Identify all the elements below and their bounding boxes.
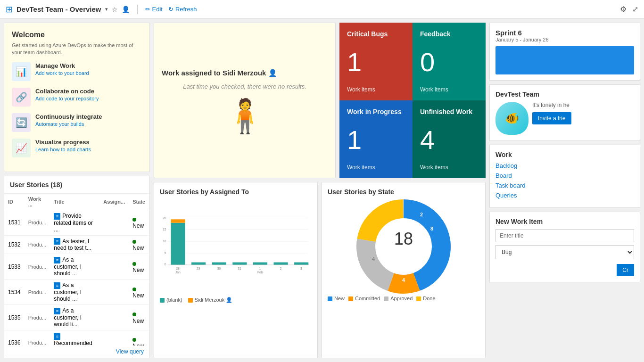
- svg-text:4: 4: [372, 256, 375, 262]
- legend-new: New: [328, 296, 345, 301]
- invite-button[interactable]: Invite a frie: [532, 112, 571, 124]
- svg-text:Feb: Feb: [257, 271, 263, 274]
- welcome-item-integrate: 🔄 Continuously integrate Automate your b…: [12, 113, 142, 132]
- table-row[interactable]: 1534 Produ... ≡As a customer, I should .…: [4, 280, 149, 305]
- svg-text:28: 28: [176, 267, 180, 270]
- svg-text:15: 15: [163, 228, 166, 231]
- sprint-bar: [495, 46, 634, 74]
- refresh-button[interactable]: ↻ Refresh: [168, 6, 197, 13]
- svg-text:29: 29: [197, 267, 200, 270]
- star-icon[interactable]: ☆: [112, 6, 118, 13]
- legend-committed: Committed: [348, 296, 380, 301]
- edit-button[interactable]: ✏ Edit: [145, 6, 163, 13]
- welcome-item-visualize: 📈 Visualize progress Learn how to add ch…: [12, 139, 142, 157]
- expand-icon[interactable]: ⤢: [632, 5, 638, 14]
- dropdown-chevron-icon[interactable]: ▾: [105, 6, 108, 12]
- integrate-link[interactable]: Automate your builds: [35, 121, 84, 127]
- donut-legend: New Committed Approved Done: [328, 296, 479, 301]
- metric-tile-work-in-progress[interactable]: Work in Progress 1 Work items: [339, 100, 413, 178]
- create-work-item-button[interactable]: Cr: [617, 264, 634, 276]
- work-assigned-title: Work assigned to Sidi Merzouk 👤: [162, 69, 277, 77]
- divider: [137, 5, 138, 14]
- bar-chart-title: User Stories by Assigned To: [160, 188, 312, 196]
- svg-rect-12: [191, 263, 206, 265]
- state-dot: [132, 288, 136, 291]
- right-section: Sprint 6 January 5 - January 26 DevTest …: [489, 23, 640, 358]
- stories-table-container[interactable]: ID Work ... Title Assign... State 1531 P…: [4, 194, 149, 346]
- col-title[interactable]: Title: [50, 194, 99, 210]
- state-dot: [132, 262, 136, 266]
- metric-sub: Work items: [347, 164, 405, 171]
- svg-text:Jan: Jan: [175, 271, 181, 274]
- board-link[interactable]: Board: [495, 172, 634, 179]
- svg-rect-11: [171, 219, 185, 222]
- metric-sub: Work items: [420, 86, 478, 93]
- col-id[interactable]: ID: [4, 194, 25, 210]
- metric-tile-unfinished-work[interactable]: Unfinished Work 4 Work items: [413, 100, 486, 178]
- col-work[interactable]: Work ...: [25, 194, 50, 210]
- table-row[interactable]: 1533 Produ... ≡As a customer, I should .…: [4, 254, 149, 280]
- devtest-team-card: DevTest Team 🐠 It's lonely in he Invite …: [489, 84, 640, 141]
- metric-title: Critical Bugs: [347, 30, 405, 38]
- user-stories-card: User Stories (18) ID Work ... Title Assi…: [4, 176, 150, 358]
- new-work-title-input[interactable]: [495, 229, 634, 242]
- table-row[interactable]: 1536 Produ... ≡Recommended products... N…: [4, 330, 149, 346]
- manage-work-icon: 📊: [12, 62, 31, 81]
- welcome-description: Get started using Azure DevOps to make t…: [12, 42, 142, 57]
- person-illustration: 🧍: [224, 99, 265, 132]
- donut-chart-container: 18 8 2 4 4: [328, 199, 479, 294]
- legend-sidi: Sidi Merzouk 👤: [188, 297, 233, 303]
- backlog-link[interactable]: Backlog: [495, 162, 634, 169]
- stories-table: ID Work ... Title Assign... State 1531 P…: [4, 194, 149, 346]
- refresh-icon: ↻: [168, 6, 173, 13]
- metric-tile-critical-bugs[interactable]: Critical Bugs 1 Work items: [339, 23, 413, 100]
- svg-text:4: 4: [402, 277, 405, 283]
- task-board-link[interactable]: Task board: [495, 182, 634, 189]
- col-assign[interactable]: Assign...: [99, 194, 129, 210]
- work-links-card: Work Backlog Board Task board Queries: [489, 145, 640, 208]
- metric-title: Work in Progress: [347, 108, 405, 115]
- table-row[interactable]: 1532 Produ... ≡As tester, I need to test…: [4, 235, 149, 254]
- table-row[interactable]: 1531 Produ... ≡Provide related items or …: [4, 210, 149, 235]
- bar-chart-svg: 20 15 10 5 0: [160, 199, 312, 294]
- svg-rect-14: [232, 263, 247, 265]
- queries-link[interactable]: Queries: [495, 192, 634, 199]
- center-section: Work assigned to Sidi Merzouk 👤 Last tim…: [154, 23, 486, 358]
- bottom-row: User Stories by Assigned To 20 15 10 5 0: [154, 182, 486, 358]
- work-item-icon: ≡: [54, 282, 60, 289]
- svg-rect-15: [253, 263, 267, 265]
- stories-header: User Stories (18): [4, 176, 149, 194]
- new-work-type-select[interactable]: Bug Task User Story: [495, 245, 634, 259]
- metric-tile-feedback[interactable]: Feedback 0 Work items: [413, 23, 486, 100]
- devtest-content: 🐠 It's lonely in he Invite a frie: [495, 102, 634, 135]
- col-state[interactable]: State: [129, 194, 149, 210]
- work-item-icon: ≡: [54, 308, 60, 314]
- metric-sub: Work items: [420, 164, 478, 171]
- devtest-description: It's lonely in he: [532, 102, 571, 108]
- manage-work-link[interactable]: Add work to your board: [35, 70, 89, 76]
- metrics-grid: Critical Bugs 1 Work items Feedback 0 Wo…: [339, 23, 486, 178]
- person-icon[interactable]: 👤: [122, 6, 130, 13]
- bar-chart-card: User Stories by Assigned To 20 15 10 5 0: [154, 182, 318, 358]
- metric-title: Feedback: [420, 30, 478, 38]
- sprint-card: Sprint 6 January 5 - January 26: [489, 23, 640, 81]
- topbar: ⊞ DevTest Team - Overview ▾ ☆ 👤 ✏ Edit ↻…: [0, 0, 644, 19]
- svg-rect-16: [274, 263, 288, 265]
- svg-text:31: 31: [238, 267, 241, 270]
- new-work-title: New Work Item: [495, 218, 634, 225]
- svg-rect-17: [294, 263, 308, 265]
- visualize-link[interactable]: Learn how to add charts: [35, 147, 91, 152]
- table-row[interactable]: 1535 Produ... ≡As a customer, I would li…: [4, 305, 149, 330]
- welcome-card: Welcome Get started using Azure DevOps t…: [4, 23, 150, 172]
- donut-chart-card: User Stories by State: [322, 182, 486, 358]
- svg-text:2: 2: [280, 267, 281, 270]
- metric-sub: Work items: [347, 86, 405, 93]
- settings-icon[interactable]: ⚙: [620, 5, 627, 14]
- legend-approved: Approved: [384, 296, 413, 301]
- edit-icon: ✏: [145, 6, 150, 13]
- metric-number: 0: [420, 49, 478, 75]
- work-item-icon: ≡: [54, 213, 60, 220]
- work-item-icon: ≡: [54, 257, 60, 263]
- collaborate-link[interactable]: Add code to your repository: [35, 96, 99, 101]
- view-query-link[interactable]: View query: [4, 346, 149, 358]
